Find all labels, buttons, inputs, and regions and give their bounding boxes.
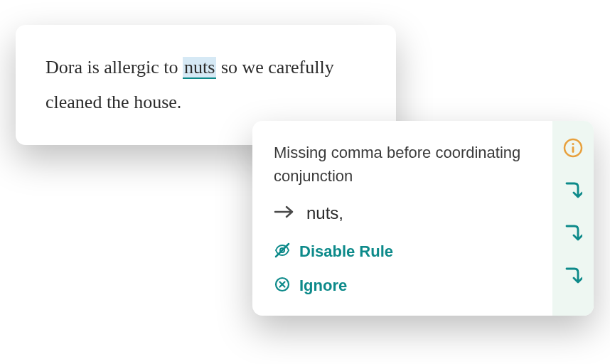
eye-off-icon xyxy=(274,242,291,262)
arrow-corner-down-icon[interactable] xyxy=(564,223,582,246)
editor-sentence[interactable]: Dora is allergic to nuts so we carefully… xyxy=(46,50,366,120)
ignore-action[interactable]: Ignore xyxy=(274,276,531,296)
ignore-label: Ignore xyxy=(299,277,347,295)
close-circle-icon xyxy=(274,276,291,296)
highlighted-word[interactable]: nuts xyxy=(183,57,216,79)
arrow-right-icon xyxy=(274,205,295,222)
svg-point-4 xyxy=(572,143,574,145)
arrow-corner-down-icon[interactable] xyxy=(564,266,582,289)
replacement-text: nuts, xyxy=(306,203,343,223)
suggestion-replacement[interactable]: nuts, xyxy=(274,203,531,223)
suggestion-main: Missing comma before coordinating conjun… xyxy=(252,121,552,316)
svg-rect-5 xyxy=(572,146,574,153)
disable-rule-action[interactable]: Disable Rule xyxy=(274,242,531,262)
suggestion-rail xyxy=(552,121,594,316)
arrow-corner-down-icon[interactable] xyxy=(564,181,582,203)
info-icon[interactable] xyxy=(563,138,583,161)
suggestion-card: Missing comma before coordinating conjun… xyxy=(252,121,594,316)
suggestion-title: Missing comma before coordinating conjun… xyxy=(274,141,531,188)
disable-rule-label: Disable Rule xyxy=(299,242,393,261)
sentence-before: Dora is allergic to xyxy=(46,57,183,77)
